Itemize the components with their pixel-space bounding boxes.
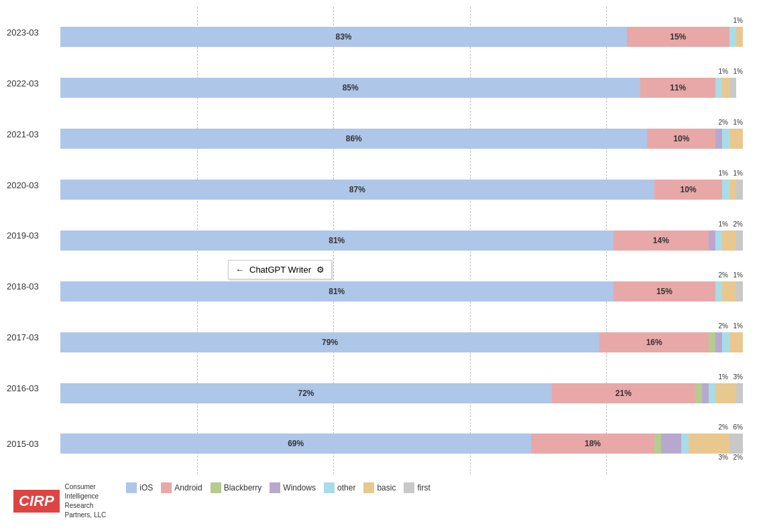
row-label-2020-03: 2020-03 (7, 180, 39, 190)
row-group-2016-03: 2016-031%3%72%21% (60, 373, 743, 403)
segment-ios-2021-03: 86% (60, 129, 647, 149)
bar-2017-03: 79%16% (60, 332, 743, 352)
chart-container: 2023-031%83%15%2022-031%1%85%11%2021-032… (0, 0, 763, 532)
segment-first-2019-03 (736, 230, 743, 251)
small-label: 2% (729, 220, 743, 230)
segment-windows-2016-03 (702, 383, 709, 403)
bar-2019-03: 81%14% (60, 230, 743, 251)
small-label: 1% (729, 322, 743, 332)
legend-label-basic: basic (377, 483, 396, 492)
legend-swatch-blackberry (211, 482, 221, 493)
small-label: 3% (729, 373, 743, 383)
small-labels-top-2020-03: 1%1% (60, 170, 743, 179)
segment-other-2023-03 (729, 27, 736, 47)
segment-first-2016-03 (736, 383, 743, 403)
bar-2023-03: 83%15% (60, 27, 743, 47)
tooltip-gear-icon: ⚙ (316, 265, 325, 275)
small-label: 1% (729, 271, 743, 281)
small-label: 1% (729, 119, 743, 128)
segment-first-2018-03 (736, 281, 743, 302)
segment-other-2016-03 (709, 383, 715, 403)
row-group-2022-03: 2022-031%1%85%11% (60, 68, 743, 98)
segment-windows-2017-03 (715, 332, 722, 352)
segment-basic-2015-03 (689, 434, 729, 454)
legend-item-blackberry: Blackberry (211, 482, 262, 493)
segment-other-2020-03 (722, 180, 729, 200)
legend-swatch-other (324, 482, 335, 493)
cirp-logo: CIRP Consumer Intelligence Research Part… (13, 482, 106, 520)
segment-basic-2021-03 (729, 129, 743, 149)
small-labels-top-2018-03: 2%1% (60, 271, 743, 281)
segment-windows-2019-03 (709, 230, 715, 251)
segment-android-2021-03: 10% (647, 129, 715, 149)
bar-2022-03: 85%11% (60, 78, 743, 98)
segment-basic-2019-03 (722, 230, 736, 251)
chart-area: 2023-031%83%15%2022-031%1%85%11%2021-032… (7, 7, 750, 474)
small-label: 1% (729, 17, 743, 26)
legend-label-other: other (337, 483, 355, 492)
row-label-2015-03: 2015-03 (7, 439, 39, 449)
row-group-2021-03: 2021-032%1%86%10% (60, 119, 743, 149)
legend-item-basic: basic (363, 482, 396, 493)
row-group-2020-03: 2020-031%1%87%10% (60, 170, 743, 200)
bar-2020-03: 87%10% (60, 180, 743, 200)
small-label: 2% (715, 423, 728, 433)
small-labels-top-2021-03: 2%1% (60, 119, 743, 128)
segment-other-2022-03 (715, 78, 722, 98)
small-labels-bottom-2015-03: 3%2% (60, 454, 743, 463)
segment-android-2015-03: 18% (531, 434, 654, 454)
tooltip-label: ChatGPT Writer (249, 265, 311, 275)
segment-blackberry-2017-03 (709, 332, 715, 352)
small-label: 1% (729, 170, 743, 179)
bar-2018-03: 81%15% (60, 281, 743, 302)
segment-basic-2017-03 (729, 332, 743, 352)
footer: CIRP Consumer Intelligence Research Part… (7, 477, 750, 525)
small-label: 1% (729, 68, 743, 77)
row-group-2018-03: 2018-032%1%81%15% (60, 271, 743, 302)
segment-other-2015-03 (681, 434, 688, 454)
legend: iOSAndroidBlackberryWindowsotherbasicfir… (119, 482, 430, 493)
small-label: 3% (715, 454, 728, 463)
small-labels-top-2015-03: 2%6% (60, 423, 743, 433)
segment-android-2018-03: 15% (613, 281, 716, 302)
small-label: 2% (729, 454, 743, 463)
tooltip-arrow-icon: ← (235, 265, 244, 275)
segment-first-2020-03 (736, 180, 743, 200)
legend-label-ios: iOS (139, 483, 153, 492)
bar-2016-03: 72%21% (60, 383, 743, 403)
small-label: 2% (715, 119, 728, 128)
segment-ios-2020-03: 87% (60, 180, 654, 200)
segment-other-2018-03 (715, 281, 722, 302)
segment-android-2019-03: 14% (613, 230, 709, 251)
small-labels-top-2022-03: 1%1% (60, 68, 743, 77)
legend-item-android: Android (161, 482, 202, 493)
small-label: 2% (715, 271, 728, 281)
segment-android-2023-03: 15% (627, 27, 729, 47)
bar-2021-03: 86%10% (60, 129, 743, 149)
segment-basic-2023-03 (736, 27, 743, 47)
row-label-2021-03: 2021-03 (7, 129, 39, 139)
legend-swatch-first (404, 482, 414, 493)
row-group-2023-03: 2023-031%83%15% (60, 17, 743, 47)
legend-item-first: first (404, 482, 430, 493)
segment-android-2020-03: 10% (654, 180, 723, 200)
row-label-2016-03: 2016-03 (7, 383, 39, 393)
row-label-2018-03: 2018-03 (7, 281, 39, 291)
segment-ios-2019-03: 81% (60, 230, 613, 251)
segment-windows-2021-03 (715, 129, 722, 149)
segment-basic-2020-03 (729, 180, 736, 200)
cirp-text: Consumer Intelligence Research Partners,… (65, 482, 107, 520)
segment-ios-2023-03: 83% (60, 27, 627, 47)
chatgpt-tooltip: ← ChatGPT Writer ⚙ (228, 260, 332, 279)
small-label: 1% (715, 68, 728, 77)
segment-other-2019-03 (715, 230, 722, 251)
segment-first-2015-03 (729, 434, 743, 454)
legend-item-ios: iOS (126, 482, 153, 493)
small-labels-top-2019-03: 1%2% (60, 220, 743, 230)
row-group-2019-03: 2019-031%2%81%14% (60, 220, 743, 251)
segment-ios-2016-03: 72% (60, 383, 552, 403)
segment-android-2016-03: 21% (552, 383, 695, 403)
legend-item-windows: Windows (270, 482, 316, 493)
segment-ios-2018-03: 81% (60, 281, 613, 302)
row-label-2023-03: 2023-03 (7, 27, 39, 37)
